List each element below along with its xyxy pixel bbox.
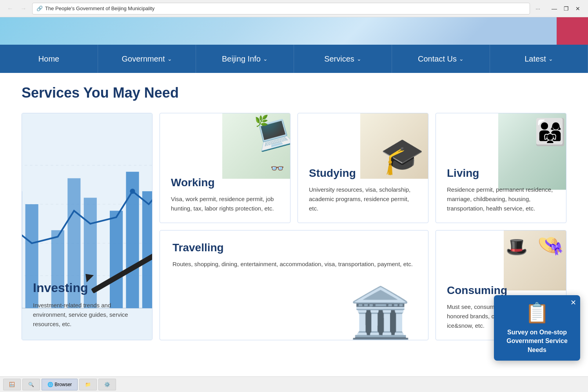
browser-actions: ···: [533, 4, 543, 13]
minimize-button[interactable]: —: [549, 3, 560, 14]
taskbar-item-browser[interactable]: 🌐 Browser: [42, 379, 78, 390]
nav-item-beijing-info[interactable]: Beijing Info ⌄: [196, 45, 294, 73]
nav-item-home[interactable]: Home: [0, 45, 98, 73]
card-investing-desc: Investment-related trends and environmen…: [33, 301, 141, 329]
card-working-desc: Visa, work permit, residence permit, job…: [171, 194, 279, 213]
survey-close-button[interactable]: ✕: [570, 298, 576, 307]
nav-item-latest[interactable]: Latest ⌄: [490, 45, 588, 73]
taskbar-item-search[interactable]: 🔍: [22, 379, 40, 390]
nav-item-government[interactable]: Government ⌄: [98, 45, 196, 73]
card-studying[interactable]: 🎓 Studying University resources, visa, s…: [298, 113, 428, 223]
card-working[interactable]: 💻 🌿 👓 Working Visa, work permit, residen…: [160, 113, 290, 223]
card-travelling-title: Travelling: [172, 241, 416, 254]
chevron-down-icon: ⌄: [263, 56, 268, 62]
chevron-down-icon: ⌄: [548, 56, 553, 62]
window-controls: — ❐ ✕: [549, 3, 583, 14]
taskbar-item-settings[interactable]: ⚙️: [98, 379, 116, 390]
navbar: Home Government ⌄ Beijing Info ⌄ Service…: [0, 45, 588, 73]
cards-grid: Investing Investment-related trends and …: [22, 113, 566, 340]
taskbar-item-files[interactable]: 📁: [79, 379, 97, 390]
survey-icon: 📋: [500, 301, 574, 324]
survey-text: Survey on One-stop Government Service Ne…: [500, 328, 574, 354]
nav-label-beijing-info: Beijing Info: [222, 54, 261, 64]
card-working-title: Working: [171, 176, 279, 189]
card-investing-title: Investing: [33, 281, 141, 295]
section-title: Services You May Need: [22, 85, 566, 101]
taskbar: 🪟 🔍 🌐 Browser 📁 ⚙️: [0, 376, 588, 392]
maximize-button[interactable]: ❐: [561, 3, 572, 14]
card-investing[interactable]: Investing Investment-related trends and …: [22, 113, 152, 340]
nav-buttons: ← →: [5, 3, 29, 14]
card-studying-desc: University resources, visa, scholarship,…: [309, 185, 417, 213]
card-living-desc: Residence permit, permanent residence, m…: [447, 185, 555, 213]
url-text: The People's Government of Beijing Munic…: [45, 5, 154, 11]
card-travelling[interactable]: Travelling Routes, shopping, dining, ent…: [160, 230, 428, 340]
more-button[interactable]: ···: [533, 4, 543, 13]
survey-popup: ✕ 📋 Survey on One-stop Government Servic…: [494, 295, 580, 361]
nav-label-latest: Latest: [524, 54, 546, 64]
back-button[interactable]: ←: [5, 3, 16, 14]
card-living-title: Living: [447, 167, 555, 180]
close-button[interactable]: ✕: [572, 3, 583, 14]
nav-item-services[interactable]: Services ⌄: [294, 45, 392, 73]
address-bar[interactable]: 🔗 The People's Government of Beijing Mun…: [32, 3, 530, 15]
temple-icon: 🏛️: [349, 284, 412, 340]
chevron-down-icon: ⌄: [459, 56, 464, 62]
sky-banner: [0, 17, 588, 45]
card-studying-title: Studying: [309, 167, 417, 180]
nav-label-services: Services: [324, 54, 354, 64]
chevron-down-icon: ⌄: [167, 56, 172, 62]
svg-point-17: [130, 189, 135, 194]
chevron-down-icon: ⌄: [357, 56, 361, 62]
forward-button[interactable]: →: [18, 3, 29, 14]
taskbar-item-start[interactable]: 🪟: [3, 379, 21, 390]
card-living[interactable]: 👨‍👩‍👧 Living Residence permit, permanent…: [436, 113, 566, 223]
url-icon: 🔗: [36, 5, 43, 11]
nav-label-home: Home: [38, 54, 59, 64]
nav-label-government: Government: [122, 54, 165, 64]
nav-item-contact-us[interactable]: Contact Us ⌄: [392, 45, 490, 73]
browser-chrome: ← → 🔗 The People's Government of Beijing…: [0, 0, 588, 17]
nav-label-contact-us: Contact Us: [418, 54, 457, 64]
card-travelling-desc: Routes, shopping, dining, entertainment,…: [172, 260, 416, 269]
